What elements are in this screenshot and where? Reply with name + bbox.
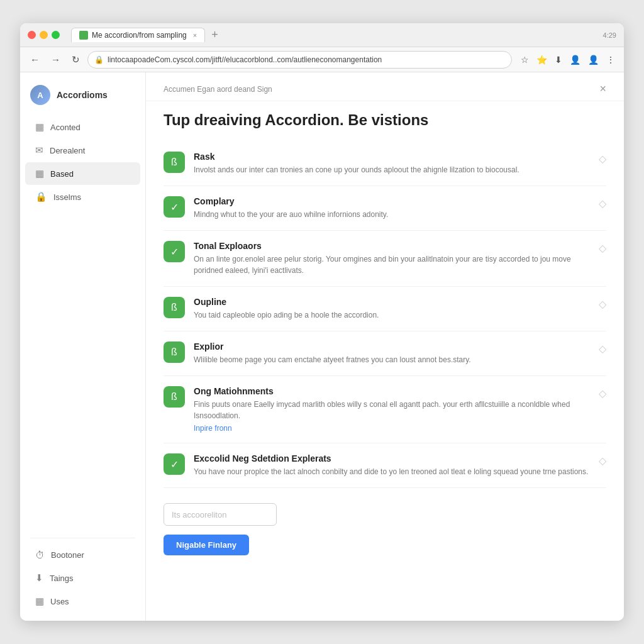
accordion-item-rask: ß Rask Involst ands our inter can tronie… (164, 142, 606, 186)
rask-body: Rask Involst ands our inter can tronies … (194, 152, 590, 175)
download-icon[interactable]: ⬇ (552, 52, 565, 67)
sidebar-item-based[interactable]: ▦ Based (25, 162, 140, 185)
tonal-icon-char: ✓ (170, 246, 179, 258)
tab-close-btn[interactable]: × (193, 31, 197, 39)
sidebar-item-label-taings: Taings (50, 574, 74, 583)
address-bar[interactable]: 🔒 lintocaapoadeCom.cyscol.com/jitft//elu… (87, 51, 512, 69)
rask-title: Rask (194, 152, 590, 162)
rask-icon-char: ß (171, 157, 177, 168)
taings-icon: ⬇ (35, 572, 43, 584)
content-header: Accumen Egan aord deand Sign × (146, 72, 624, 101)
browser-time: 4:29 (603, 31, 616, 39)
derealent-icon: ✉ (35, 145, 43, 156)
explior-title: Explior (194, 341, 590, 352)
accordion-item-explior: ß Explior Wlilible beome page you cam en… (164, 331, 606, 376)
explior-icon-char: ß (171, 347, 177, 358)
accordion-name-input[interactable] (164, 503, 277, 526)
tonal-desc: On an linte gor.enolel aree pelur storig… (194, 253, 590, 276)
accordion-item-exccolid: ✓ Exccolid Neg Sdetdion Explerats You ha… (164, 443, 606, 488)
submit-button[interactable]: Nigable Finlany (164, 535, 249, 555)
exccolid-desc: You have nour proplce the lact alnoch co… (194, 466, 590, 477)
traffic-light-green[interactable] (52, 31, 60, 39)
accordion-item-complary: ✓ Complary Mindng whut to the your are a… (164, 186, 606, 231)
forward-btn[interactable]: → (47, 52, 64, 67)
rask-desc: Involst ands our inter can tronies an co… (194, 164, 590, 175)
sidebar-item-uses[interactable]: ▦ Uses (25, 590, 140, 613)
tab-label: Me accordion/from sampling (92, 31, 187, 40)
star-icon[interactable]: ⭐ (534, 52, 550, 67)
isselms-icon: 🔒 (35, 191, 47, 203)
sidebar-item-taings[interactable]: ⬇ Taings (25, 567, 140, 589)
breadcrumb: Accumen Egan aord deand Sign (164, 85, 272, 94)
tonal-action[interactable]: ◇ (599, 242, 606, 254)
sidebar-item-aconted[interactable]: ▦ Aconted (25, 116, 140, 138)
nav-icons: ☆ ⭐ ⬇ 👤 👤 ⋮ (518, 52, 618, 67)
close-button[interactable]: × (599, 82, 606, 96)
ong-link[interactable]: Inpire fronn (194, 424, 590, 433)
explior-action[interactable]: ◇ (599, 343, 606, 355)
sidebar-item-label-based: Based (50, 169, 74, 179)
logo-initials: A (37, 91, 43, 100)
refresh-btn[interactable]: ↻ (68, 52, 84, 68)
profile-icon[interactable]: 👤 (586, 52, 601, 67)
tonal-icon: ✓ (164, 241, 185, 262)
sidebar-item-derealent[interactable]: ✉ Derealent (25, 139, 140, 162)
logo-text: Accordioms (57, 90, 108, 100)
active-tab[interactable]: Me accordion/from sampling × (71, 28, 205, 42)
back-btn[interactable]: ← (26, 52, 43, 67)
complary-action[interactable]: ◇ (599, 197, 606, 209)
sidebar-item-label-aconted: Aconted (50, 123, 80, 132)
tab-bar: Me accordion/from sampling × + (71, 28, 599, 42)
sidebar-item-isselms[interactable]: 🔒 Isselms (25, 186, 140, 208)
lock-icon: 🔒 (94, 55, 104, 64)
form-area: Nigable Finlany (146, 488, 624, 555)
titlebar: Me accordion/from sampling × + 4:29 (20, 23, 624, 47)
ong-action[interactable]: ◇ (599, 387, 606, 399)
browser-window: Me accordion/from sampling × + 4:29 ← → … (20, 23, 624, 621)
main-content: Accumen Egan aord deand Sign × Tup dreai… (146, 72, 624, 621)
sidebar-item-bootoner[interactable]: ⏱ Bootoner (25, 544, 140, 566)
oupline-icon-char: ß (171, 302, 177, 313)
exccolid-icon: ✓ (164, 453, 185, 475)
ong-icon: ß (164, 386, 185, 408)
complary-icon-char: ✓ (170, 201, 179, 213)
oupline-icon: ß (164, 297, 185, 318)
menu-icon[interactable]: ⋮ (604, 52, 618, 67)
oupline-title: Oupline (194, 297, 590, 307)
page-title: Tup dreaiving Accordion. Be vistions (146, 101, 624, 142)
complary-title: Complary (194, 196, 590, 206)
sidebar-divider (30, 538, 135, 538)
sidebar-bottom: ⏱ Bootoner ⬇ Taings ▦ Uses (20, 543, 145, 613)
rask-action[interactable]: ◇ (599, 153, 606, 165)
traffic-light-yellow[interactable] (40, 31, 48, 39)
new-tab-btn[interactable]: + (208, 28, 222, 42)
sidebar-item-label-bootoner: Bootoner (51, 550, 84, 560)
nav-bar: ← → ↻ 🔒 lintocaapoadeCom.cyscol.com/jitf… (20, 47, 624, 72)
aconted-icon: ▦ (35, 121, 44, 133)
complary-icon: ✓ (164, 196, 185, 218)
sidebar: A Accordioms ▦ Aconted ✉ Derealent ▦ Bas… (20, 72, 146, 621)
address-text: lintocaapoadeCom.cyscol.com/jitft//eluca… (108, 55, 505, 64)
tonal-title: Tonal Exploaors (194, 241, 590, 251)
uses-icon: ▦ (35, 596, 44, 607)
bootoner-icon: ⏱ (35, 550, 45, 560)
exccolid-action[interactable]: ◇ (599, 455, 606, 467)
avatar-icon[interactable]: 👤 (567, 52, 583, 67)
accordion-item-ong: ß Ong Matiohnments Finis puuts onare Eae… (164, 376, 606, 443)
ong-desc: Finis puuts onare Eaelly imycad marlith … (194, 399, 590, 421)
ong-title: Ong Matiohnments (194, 386, 590, 396)
oupline-action[interactable]: ◇ (599, 298, 606, 310)
accordion-item-oupline: ß Oupline You taid capleoble opio ading … (164, 287, 606, 331)
bookmark-icon[interactable]: ☆ (518, 52, 531, 67)
exccolid-title: Exccolid Neg Sdetdion Explerats (194, 453, 590, 464)
logo-avatar: A (30, 85, 50, 105)
ong-body: Ong Matiohnments Finis puuts onare Eaell… (194, 386, 590, 433)
explior-body: Explior Wlilible beome page you cam enct… (194, 341, 590, 365)
traffic-light-red[interactable] (28, 31, 36, 39)
accordion-list: ß Rask Involst ands our inter can tronie… (146, 142, 624, 488)
oupline-desc: You taid capleoble opio ading be a hoole… (194, 309, 590, 321)
oupline-body: Oupline You taid capleoble opio ading be… (194, 297, 590, 321)
complary-desc: Mindng whut to the your are auo whilne i… (194, 209, 590, 220)
tab-favicon (79, 31, 88, 40)
explior-desc: Wlilible beome page you cam enctahe atye… (194, 354, 590, 365)
